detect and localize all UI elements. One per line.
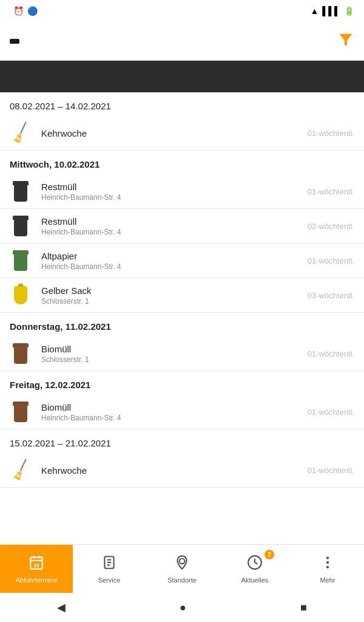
aktuelles-nav-icon: [247, 555, 263, 574]
android-nav-bar: ◀ ● ■: [0, 593, 364, 622]
item-address: Heinrich-Baumann-Str. 4: [41, 262, 298, 271]
app-header: [0, 22, 364, 61]
svg-point-10: [180, 558, 185, 564]
aktuelles-badge: 7: [265, 550, 274, 559]
standorte-nav-icon: [174, 555, 190, 574]
list-item[interactable]: Gelber SackSchlosserstr. 103-wöchtentl.: [0, 278, 364, 313]
item-address: Heinrich-Baumann-Str. 4: [41, 228, 298, 236]
svg-text:15: 15: [33, 562, 39, 568]
nav-item-abfuhrtermine[interactable]: 15Abfuhrtermine: [0, 545, 73, 593]
item-frequency: 02-wöchtentl.: [308, 222, 354, 231]
broom-icon: 🧹: [10, 122, 32, 144]
status-icons: ▲ ▌▌▌ 🔋: [310, 6, 354, 16]
svg-point-13: [326, 561, 329, 563]
bin-dark-icon: [10, 215, 32, 237]
item-frequency: 01-wöchtentl.: [308, 466, 354, 475]
list-item[interactable]: 🧹Kehrwoche01-wöchtentl.: [0, 453, 364, 488]
item-frequency: 03-wöchtentl.: [308, 291, 354, 300]
service-nav-icon: [101, 555, 117, 574]
list-item[interactable]: BiomüllSchlosserstr. 101-wöchtentl.: [0, 337, 364, 371]
back-button[interactable]: ◀: [57, 601, 66, 614]
mehr-nav-icon: [320, 555, 335, 574]
list-item[interactable]: RestmüllHeinrich-Baumann-Str. 401-wöchte…: [0, 174, 364, 209]
item-name: Biomüll: [41, 402, 298, 412]
service-nav-label: Service: [98, 576, 121, 584]
nav-item-standorte[interactable]: Standorte: [146, 545, 218, 593]
item-address: Heinrich-Baumann-Str. 4: [41, 414, 298, 422]
svg-point-14: [326, 566, 329, 568]
recents-button[interactable]: ■: [300, 601, 307, 614]
item-name: Altpapier: [41, 251, 298, 261]
item-info: Kehrwoche: [41, 465, 298, 476]
item-info: RestmüllHeinrich-Baumann-Str. 4: [41, 182, 298, 202]
bin-brown-icon: [10, 343, 32, 364]
item-info: BiomüllSchlosserstr. 1: [41, 344, 298, 364]
main-content: 08.02.2021 – 14.02.2021🧹Kehrwoche01-wöch…: [0, 92, 364, 544]
status-bar: ⏰ 🔵 ▲ ▌▌▌ 🔋: [0, 0, 364, 22]
day-header: Mittwoch, 10.02.2021: [0, 151, 364, 174]
bag-yellow-icon: [10, 284, 32, 306]
item-frequency: 01-wöchtentl.: [308, 187, 354, 196]
item-name: Gelber Sack: [41, 285, 298, 296]
list-item[interactable]: BiomüllHeinrich-Baumann-Str. 401-wöchten…: [0, 395, 364, 429]
svg-marker-0: [340, 33, 352, 45]
item-address: Heinrich-Baumann-Str. 4: [41, 193, 298, 202]
day-header: Freitag, 12.02.2021: [0, 371, 364, 395]
list-item[interactable]: AltpapierHeinrich-Baumann-Str. 401-wöcht…: [0, 244, 364, 278]
item-frequency: 01-wöchtentl.: [308, 408, 354, 417]
item-frequency: 01-wöchtentl.: [308, 256, 354, 265]
home-button[interactable]: ●: [180, 601, 186, 614]
item-info: Kehrwoche: [41, 128, 298, 138]
signal-icon: ▌▌▌: [322, 6, 340, 16]
aktuelles-nav-label: Aktuelles: [241, 576, 269, 584]
abfuhrtermine-nav-icon: 15: [29, 555, 44, 574]
nav-item-service[interactable]: Service: [73, 545, 146, 593]
aws-logo: [10, 39, 19, 44]
item-name: Biomüll: [41, 344, 298, 354]
broom-icon: 🧹: [10, 459, 32, 481]
mehr-nav-label: Mehr: [320, 576, 335, 584]
bottom-navigation: 15AbfuhrtermineServiceStandorte7Aktuelle…: [0, 544, 364, 593]
week-header: 08.02.2021 – 14.02.2021: [0, 92, 364, 116]
item-frequency: 01-wöchtentl.: [308, 129, 354, 138]
item-name: Kehrwoche: [41, 128, 298, 138]
week-header: 15.02.2021 – 21.02.2021: [0, 429, 364, 453]
page-title-bar: [0, 61, 364, 92]
item-frequency: 01-wöchtentl.: [308, 349, 354, 358]
item-address: Schlosserstr. 1: [41, 297, 298, 306]
wifi-icon: ▲: [310, 6, 318, 16]
nav-item-aktuelles[interactable]: 7Aktuelles: [218, 545, 291, 593]
day-header: Donnerstag, 11.02.2021: [0, 313, 364, 337]
item-info: Gelber SackSchlosserstr. 1: [41, 285, 298, 306]
bin-dark-icon: [10, 180, 32, 202]
list-item[interactable]: 🧹Kehrwoche01-wöchtentl.: [0, 116, 364, 151]
item-name: Kehrwoche: [41, 465, 298, 476]
item-info: AltpapierHeinrich-Baumann-Str. 4: [41, 251, 298, 271]
bin-brown-icon: [10, 401, 32, 423]
nav-item-mehr[interactable]: Mehr: [291, 545, 364, 593]
bluetooth-icon: 🔵: [27, 6, 38, 16]
battery-icon: 🔋: [344, 6, 354, 16]
list-item[interactable]: RestmüllHeinrich-Baumann-Str. 402-wöchte…: [0, 209, 364, 244]
item-address: Schlosserstr. 1: [41, 355, 298, 364]
svg-point-12: [326, 556, 329, 559]
bin-green-icon: [10, 250, 32, 272]
item-name: Restmüll: [41, 216, 298, 227]
logo-area: [10, 39, 27, 44]
standorte-nav-label: Standorte: [167, 576, 197, 584]
item-name: Restmüll: [41, 182, 298, 192]
abfuhrtermine-nav-label: Abfuhrtermine: [15, 576, 57, 584]
filter-button[interactable]: [337, 31, 354, 52]
item-info: RestmüllHeinrich-Baumann-Str. 4: [41, 216, 298, 236]
alarm-icon: ⏰: [13, 6, 24, 16]
item-info: BiomüllHeinrich-Baumann-Str. 4: [41, 402, 298, 422]
